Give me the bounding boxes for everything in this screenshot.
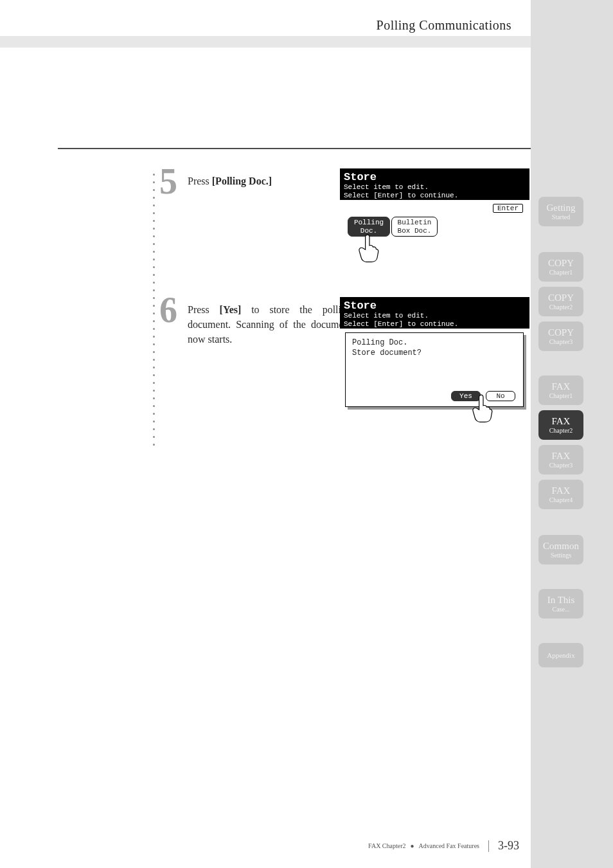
sidebar-tab-fax4[interactable]: FAX Chapter4 (538, 480, 583, 509)
page-footer: FAX Chapter2 ● Advanced Fax Features 3-9… (0, 839, 531, 853)
step-number-5: 5 (159, 161, 177, 202)
tab-sub: Chapter1 (549, 392, 573, 400)
step-number-6: 6 (159, 289, 177, 330)
header-band (0, 36, 531, 48)
lcd1-line2: Select [Enter] to continue. (340, 192, 529, 200)
tab-sub: Chapter4 (549, 496, 573, 504)
tab-sub: Started (552, 213, 570, 221)
lcd2-line1: Select item to edit. (340, 312, 529, 320)
pointing-hand-icon (468, 392, 499, 423)
sidebar-tab-copy2[interactable]: COPY Chapter2 (538, 287, 583, 316)
lcd2-line2: Select [Enter] to continue. (340, 320, 529, 329)
tab-main: FAX (552, 451, 571, 462)
tab-sub: Chapter3 (549, 462, 573, 469)
sidebar-tab-copy3[interactable]: COPY Chapter3 (538, 321, 583, 351)
sidebar-tab-common-settings[interactable]: Common Settings (538, 535, 583, 565)
lcd1-body: Enter Polling Doc. Bulletin Box Doc. (340, 200, 529, 285)
page-number: 3-93 (498, 839, 519, 852)
step-6-text-bold: [Yes] (220, 304, 242, 315)
lcd-panel-1: Store Select item to edit. Select [Enter… (340, 168, 529, 285)
tab-sub: Chapter1 (549, 269, 573, 276)
tab-main: COPY (548, 293, 574, 303)
step-5-text-part1: Press (188, 176, 212, 186)
tab-sub: Case... (553, 606, 570, 613)
footer-bullet-icon: ● (409, 842, 416, 849)
popup-line1: Polling Doc. (352, 338, 407, 347)
lcd-panel-2: Store Select item to edit. Select [Enter… (340, 297, 529, 413)
enter-button[interactable]: Enter (493, 204, 523, 213)
polling-doc-label-1: Polling (354, 219, 384, 226)
tab-main: COPY (548, 258, 574, 269)
horizontal-rule (58, 148, 531, 149)
bulletin-label-2: Box Doc. (398, 227, 432, 235)
popup-line2: Store document? (352, 348, 422, 357)
tab-main: COPY (548, 327, 574, 338)
footer-crumb1: FAX Chapter2 (368, 842, 405, 849)
tab-main: FAX (552, 416, 571, 427)
tab-sub: Chapter2 (549, 303, 573, 311)
lcd1-line1: Select item to edit. (340, 183, 529, 192)
tab-sub: Settings (551, 552, 571, 559)
popup-text: Polling Doc. Store document? (346, 333, 523, 358)
tab-sub: Chapter2 (549, 427, 573, 435)
footer-crumb2: Advanced Fax Features (419, 842, 479, 849)
tab-sub: Chapter3 (549, 338, 573, 346)
section-header: Polling Communications (377, 18, 511, 33)
step-5-text-bold: [Polling Doc.] (212, 176, 272, 186)
sidebar-tab-in-this-case[interactable]: In This Case... (538, 589, 583, 619)
sidebar-tab-fax3[interactable]: FAX Chapter3 (538, 445, 583, 475)
pointing-hand-icon (354, 232, 385, 263)
lcd1-title: Store (340, 168, 529, 183)
sidebar-tab-getting-started[interactable]: Getting Started (538, 197, 583, 226)
step-dots (153, 170, 155, 448)
tab-main: Getting (547, 203, 576, 213)
step-6-text-part1: Press (188, 304, 220, 315)
tab-main: FAX (552, 485, 571, 496)
bulletin-box-doc-button[interactable]: Bulletin Box Doc. (391, 217, 438, 237)
page-body: Polling Communications 5 Press [Polling … (0, 0, 531, 868)
sidebar-tab-fax2[interactable]: FAX Chapter2 (538, 410, 583, 440)
footer-separator (488, 840, 489, 852)
step-6-text: Press [Yes] to store the polling documen… (188, 302, 351, 347)
tab-main: In This (547, 595, 575, 606)
tab-main: Appendix (547, 651, 574, 660)
step-5-text: Press [Polling Doc.] (188, 174, 329, 188)
sidebar-tab-copy1[interactable]: COPY Chapter1 (538, 252, 583, 282)
sidebar-tab-fax1[interactable]: FAX Chapter1 (538, 375, 583, 405)
bulletin-label-1: Bulletin (398, 219, 432, 226)
tab-main: FAX (552, 381, 571, 392)
lcd2-title: Store (340, 297, 529, 312)
sidebar-tab-appendix[interactable]: Appendix (538, 643, 583, 667)
tab-main: Common (543, 541, 579, 552)
lcd2-body: Polling Doc. Store document? Yes No (340, 329, 529, 413)
